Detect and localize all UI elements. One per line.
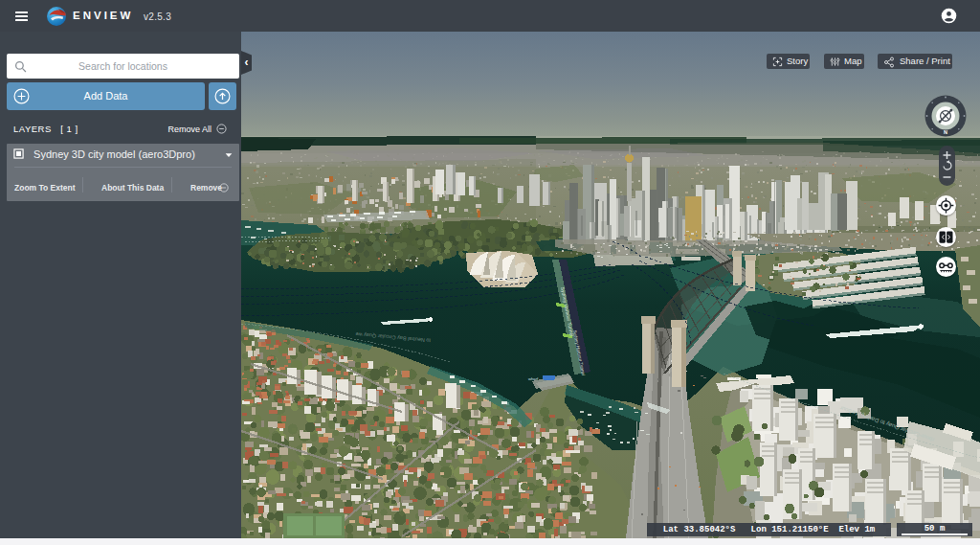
svg-text:wharf: wharf	[528, 376, 539, 381]
svg-text:N: N	[944, 129, 947, 135]
